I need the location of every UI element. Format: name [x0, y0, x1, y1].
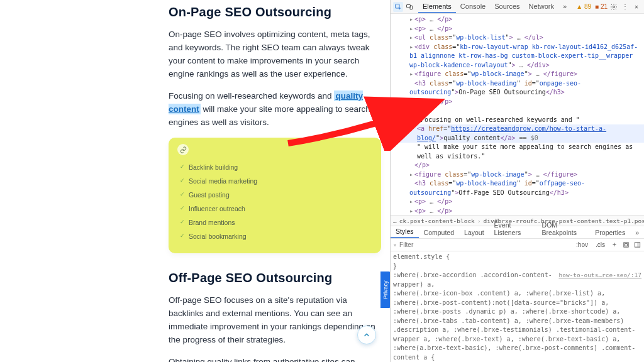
- paragraph: Obtaining quality links from authoritati…: [169, 356, 381, 362]
- tab-elements[interactable]: Elements: [418, 0, 456, 13]
- styles-filter-input[interactable]: [399, 241, 479, 248]
- privacy-tab[interactable]: Privacy: [380, 272, 390, 308]
- svg-point-3: [613, 6, 615, 8]
- chevron-up-icon: [362, 331, 371, 339]
- gear-icon[interactable]: [609, 2, 619, 12]
- heading-on-page: On-Page SEO Outsourcing: [169, 5, 381, 19]
- inspect-icon[interactable]: [393, 2, 403, 12]
- device-toolbar-icon[interactable]: [404, 2, 414, 12]
- paragraph: Off-page SEO focuses on a site's reputat…: [169, 294, 381, 347]
- tab-network[interactable]: Network: [525, 0, 558, 13]
- tab-console[interactable]: Console: [456, 0, 490, 13]
- list-item: Backlink building: [180, 160, 370, 174]
- warning-count[interactable]: ▲ 89: [576, 3, 591, 10]
- sidebar-toggle-icon[interactable]: [633, 241, 641, 250]
- tab-dom-breakpoints[interactable]: DOM Breakpoints: [537, 219, 591, 238]
- svg-rect-6: [635, 243, 640, 247]
- paragraph: Focusing on well-researched keywords and…: [169, 90, 381, 129]
- devtools-toolbar: Elements Console Sources Network » ▲ 89 …: [391, 0, 644, 14]
- filter-icon: ▿: [393, 241, 397, 248]
- tabs-overflow-icon[interactable]: »: [558, 0, 571, 13]
- devtools-panel: Elements Console Sources Network » ▲ 89 …: [390, 0, 644, 362]
- kebab-menu-icon[interactable]: ⋮: [620, 2, 630, 12]
- link-icon: [177, 144, 189, 155]
- scroll-to-top-button[interactable]: [357, 326, 376, 344]
- list-item: Brand mentions: [180, 216, 370, 229]
- close-icon[interactable]: ✕: [631, 2, 641, 12]
- list-item: Social media marketing: [180, 174, 370, 188]
- article-panel: On-Page SEO Outsourcing On-page SEO invo…: [0, 0, 390, 362]
- tab-styles[interactable]: Styles: [391, 226, 419, 238]
- tab-computed[interactable]: Computed: [419, 227, 459, 238]
- new-style-rule-icon[interactable]: +: [610, 241, 619, 250]
- callout-card: Backlink building Social media marketing…: [169, 138, 381, 253]
- heading-off-page: Off-Page SEO Outsourcing: [169, 271, 381, 285]
- computed-reveal-icon[interactable]: [621, 241, 630, 250]
- tab-properties[interactable]: Properties: [590, 227, 630, 238]
- cls-toggle[interactable]: .cls: [593, 241, 608, 249]
- list-item: Guest posting: [180, 188, 370, 202]
- tabs-overflow-icon[interactable]: »: [630, 227, 644, 238]
- css-rules[interactable]: element.style { } how-to-outs…rce-seo/:1…: [391, 251, 644, 362]
- tab-sources[interactable]: Sources: [490, 0, 524, 13]
- checklist: Backlink building Social media marketing…: [180, 160, 370, 243]
- paragraph: On-page SEO involves optimizing content,…: [169, 28, 381, 81]
- hov-toggle[interactable]: :hov: [574, 241, 591, 249]
- list-item: Social bookmarking: [180, 229, 370, 243]
- svg-rect-5: [625, 244, 627, 246]
- svg-rect-4: [623, 243, 628, 247]
- tab-event-listeners[interactable]: Event Listeners: [489, 219, 537, 238]
- tab-layout[interactable]: Layout: [459, 227, 489, 238]
- dom-tree[interactable]: ▸<p> … </p> ▸<p> … </p> ▸<ul class="wp-b…: [391, 14, 644, 215]
- styles-panel: Styles Computed Layout Event Listeners D…: [391, 226, 644, 362]
- list-item: Influencer outreach: [180, 202, 370, 216]
- issue-count[interactable]: ■ 21: [595, 3, 608, 10]
